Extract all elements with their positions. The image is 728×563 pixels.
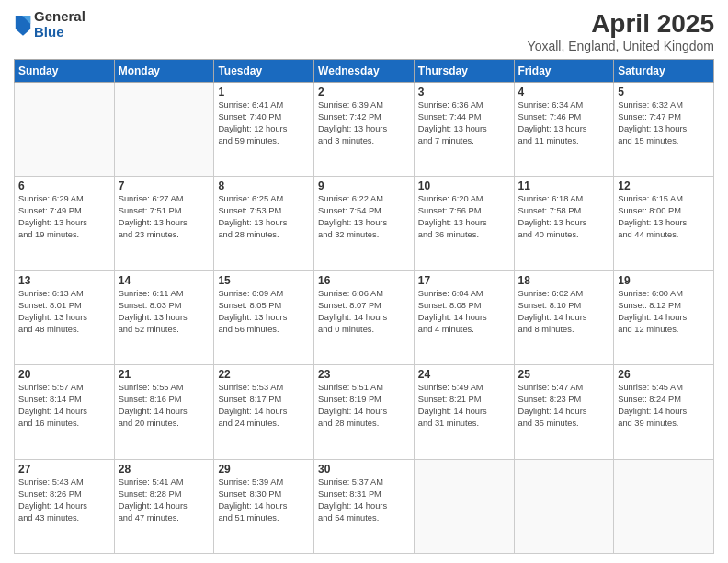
calendar-week-row: 1Sunrise: 6:41 AM Sunset: 7:40 PM Daylig…	[15, 83, 714, 177]
table-row: 25Sunrise: 5:47 AM Sunset: 8:23 PM Dayli…	[514, 365, 614, 459]
table-row: 1Sunrise: 6:41 AM Sunset: 7:40 PM Daylig…	[214, 83, 314, 177]
day-number: 17	[418, 274, 510, 287]
table-row	[114, 83, 214, 177]
day-number: 13	[18, 274, 110, 287]
day-info: Sunrise: 6:27 AM Sunset: 7:51 PM Dayligh…	[119, 193, 210, 241]
header: General Blue April 2025 Yoxall, England,…	[14, 9, 714, 53]
day-info: Sunrise: 5:53 AM Sunset: 8:17 PM Dayligh…	[218, 382, 310, 430]
table-row: 8Sunrise: 6:25 AM Sunset: 7:53 PM Daylig…	[214, 177, 314, 270]
day-info: Sunrise: 5:37 AM Sunset: 8:31 PM Dayligh…	[318, 477, 410, 524]
calendar-week-row: 27Sunrise: 5:43 AM Sunset: 8:26 PM Dayli…	[15, 459, 714, 553]
page: General Blue April 2025 Yoxall, England,…	[0, 0, 728, 563]
day-info: Sunrise: 6:04 AM Sunset: 8:08 PM Dayligh…	[418, 288, 510, 336]
day-info: Sunrise: 6:09 AM Sunset: 8:05 PM Dayligh…	[218, 288, 310, 336]
day-info: Sunrise: 6:15 AM Sunset: 8:00 PM Dayligh…	[618, 193, 710, 241]
table-row: 23Sunrise: 5:51 AM Sunset: 8:19 PM Dayli…	[314, 365, 415, 459]
table-row: 12Sunrise: 6:15 AM Sunset: 8:00 PM Dayli…	[614, 177, 714, 270]
day-number: 21	[119, 368, 210, 381]
day-info: Sunrise: 5:57 AM Sunset: 8:14 PM Dayligh…	[18, 382, 110, 430]
title-location: Yoxall, England, United Kingdom	[528, 39, 714, 53]
table-row: 22Sunrise: 5:53 AM Sunset: 8:17 PM Dayli…	[214, 365, 314, 459]
table-row: 13Sunrise: 6:13 AM Sunset: 8:01 PM Dayli…	[15, 270, 115, 364]
calendar-week-row: 20Sunrise: 5:57 AM Sunset: 8:14 PM Dayli…	[15, 365, 714, 459]
header-tuesday: Tuesday	[214, 60, 314, 83]
calendar-table: Sunday Monday Tuesday Wednesday Thursday…	[14, 59, 714, 554]
title-block: April 2025 Yoxall, England, United Kingd…	[528, 9, 714, 53]
day-info: Sunrise: 6:02 AM Sunset: 8:10 PM Dayligh…	[518, 288, 610, 336]
header-saturday: Saturday	[614, 60, 714, 83]
table-row: 14Sunrise: 6:11 AM Sunset: 8:03 PM Dayli…	[114, 270, 214, 364]
header-monday: Monday	[114, 60, 214, 83]
day-number: 7	[119, 179, 210, 192]
day-info: Sunrise: 6:25 AM Sunset: 7:53 PM Dayligh…	[218, 193, 310, 241]
day-info: Sunrise: 5:45 AM Sunset: 8:24 PM Dayligh…	[618, 382, 710, 430]
day-info: Sunrise: 5:47 AM Sunset: 8:23 PM Dayligh…	[518, 382, 610, 430]
table-row: 26Sunrise: 5:45 AM Sunset: 8:24 PM Dayli…	[614, 365, 714, 459]
logo: General Blue	[14, 9, 85, 40]
table-row: 6Sunrise: 6:29 AM Sunset: 7:49 PM Daylig…	[15, 177, 115, 270]
table-row: 21Sunrise: 5:55 AM Sunset: 8:16 PM Dayli…	[114, 365, 214, 459]
logo-general: General	[34, 9, 85, 25]
day-number: 24	[418, 368, 510, 381]
table-row: 18Sunrise: 6:02 AM Sunset: 8:10 PM Dayli…	[514, 270, 614, 364]
day-info: Sunrise: 5:55 AM Sunset: 8:16 PM Dayligh…	[119, 382, 210, 430]
day-info: Sunrise: 5:43 AM Sunset: 8:26 PM Dayligh…	[18, 477, 110, 524]
day-info: Sunrise: 5:49 AM Sunset: 8:21 PM Dayligh…	[418, 382, 510, 430]
table-row	[614, 459, 714, 553]
day-number: 29	[218, 463, 310, 476]
table-row: 29Sunrise: 5:39 AM Sunset: 8:30 PM Dayli…	[214, 459, 314, 553]
day-info: Sunrise: 6:32 AM Sunset: 7:47 PM Dayligh…	[618, 99, 710, 147]
day-number: 16	[318, 274, 410, 287]
calendar-week-row: 13Sunrise: 6:13 AM Sunset: 8:01 PM Dayli…	[15, 270, 714, 364]
table-row	[414, 459, 514, 553]
table-row: 11Sunrise: 6:18 AM Sunset: 7:58 PM Dayli…	[514, 177, 614, 270]
table-row: 3Sunrise: 6:36 AM Sunset: 7:44 PM Daylig…	[414, 83, 514, 177]
table-row: 5Sunrise: 6:32 AM Sunset: 7:47 PM Daylig…	[614, 83, 714, 177]
day-info: Sunrise: 6:36 AM Sunset: 7:44 PM Dayligh…	[418, 99, 510, 147]
day-number: 6	[18, 179, 110, 192]
day-number: 4	[518, 86, 610, 98]
day-number: 15	[218, 274, 310, 287]
table-row: 19Sunrise: 6:00 AM Sunset: 8:12 PM Dayli…	[614, 270, 714, 364]
day-number: 20	[18, 368, 110, 381]
day-number: 11	[518, 179, 610, 192]
table-row: 17Sunrise: 6:04 AM Sunset: 8:08 PM Dayli…	[414, 270, 514, 364]
day-number: 8	[218, 179, 310, 192]
table-row: 20Sunrise: 5:57 AM Sunset: 8:14 PM Dayli…	[15, 365, 115, 459]
table-row: 4Sunrise: 6:34 AM Sunset: 7:46 PM Daylig…	[514, 83, 614, 177]
logo-icon	[14, 14, 32, 36]
day-info: Sunrise: 5:51 AM Sunset: 8:19 PM Dayligh…	[318, 382, 410, 430]
header-sunday: Sunday	[15, 60, 115, 83]
day-number: 18	[518, 274, 610, 287]
day-info: Sunrise: 6:34 AM Sunset: 7:46 PM Dayligh…	[518, 99, 610, 147]
table-row: 24Sunrise: 5:49 AM Sunset: 8:21 PM Dayli…	[414, 365, 514, 459]
table-row: 10Sunrise: 6:20 AM Sunset: 7:56 PM Dayli…	[414, 177, 514, 270]
day-number: 26	[618, 368, 710, 381]
day-info: Sunrise: 6:13 AM Sunset: 8:01 PM Dayligh…	[18, 288, 110, 336]
day-info: Sunrise: 6:00 AM Sunset: 8:12 PM Dayligh…	[618, 288, 710, 336]
logo-blue: Blue	[34, 25, 85, 40]
table-row: 30Sunrise: 5:37 AM Sunset: 8:31 PM Dayli…	[314, 459, 415, 553]
table-row: 16Sunrise: 6:06 AM Sunset: 8:07 PM Dayli…	[314, 270, 415, 364]
table-row	[15, 83, 115, 177]
day-number: 23	[318, 368, 410, 381]
day-number: 2	[318, 86, 410, 98]
day-number: 28	[119, 463, 210, 476]
day-number: 9	[318, 179, 410, 192]
day-info: Sunrise: 6:18 AM Sunset: 7:58 PM Dayligh…	[518, 193, 610, 241]
weekday-header-row: Sunday Monday Tuesday Wednesday Thursday…	[15, 60, 714, 83]
day-number: 27	[18, 463, 110, 476]
day-number: 25	[518, 368, 610, 381]
day-info: Sunrise: 6:29 AM Sunset: 7:49 PM Dayligh…	[18, 193, 110, 241]
day-number: 19	[618, 274, 710, 287]
header-friday: Friday	[514, 60, 614, 83]
day-number: 1	[218, 86, 310, 98]
day-number: 22	[218, 368, 310, 381]
header-thursday: Thursday	[414, 60, 514, 83]
table-row: 15Sunrise: 6:09 AM Sunset: 8:05 PM Dayli…	[214, 270, 314, 364]
table-row: 9Sunrise: 6:22 AM Sunset: 7:54 PM Daylig…	[314, 177, 415, 270]
day-number: 5	[618, 86, 710, 98]
table-row	[514, 459, 614, 553]
day-info: Sunrise: 6:41 AM Sunset: 7:40 PM Dayligh…	[218, 99, 310, 147]
day-info: Sunrise: 5:39 AM Sunset: 8:30 PM Dayligh…	[218, 477, 310, 524]
